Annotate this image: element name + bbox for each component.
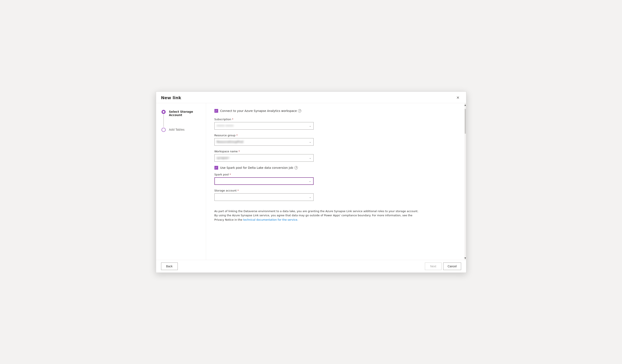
subscription-label: Subscription * (214, 118, 456, 121)
storage-account-field: Storage account * ⌄ (214, 189, 456, 201)
back-button[interactable]: Back (161, 263, 178, 270)
step-2-indicator-col (161, 128, 166, 132)
subscription-dropdown[interactable]: ••••• ••••• ⌄ (214, 122, 314, 130)
spark-pool-checkbox-label: Use Spark pool for Delta Lake data conve… (220, 166, 298, 169)
resource-group-required: * (236, 134, 238, 137)
storage-account-chevron: ⌄ (309, 196, 311, 199)
next-button: Next (425, 263, 442, 270)
step-1-indicator-col (161, 110, 166, 127)
scrollbar-thumb[interactable] (465, 109, 466, 134)
subscription-chevron: ⌄ (309, 124, 311, 127)
spark-pool-label: Spark pool * (214, 173, 456, 176)
sidebar: Select Storage Account Add Tables (156, 103, 206, 260)
connect-checkbox-label: Connect to your Azure Synapse Analytics … (220, 109, 302, 113)
dialog-footer: Back Next Cancel (156, 260, 466, 272)
storage-account-label: Storage account * (214, 189, 456, 192)
resource-group-chevron: ⌄ (309, 140, 311, 143)
main-content: ✓ Connect to your Azure Synapse Analytic… (206, 103, 465, 260)
scroll-down-arrow[interactable]: ▼ (465, 256, 466, 260)
cancel-button[interactable]: Cancel (443, 263, 461, 270)
dialog-body: Select Storage Account Add Tables ✓ Conn… (156, 103, 466, 260)
dialog-header: New link ✕ (156, 92, 466, 103)
spark-pool-checkbox-row: ✓ Use Spark pool for Delta Lake data con… (214, 166, 456, 170)
step-2-label: Add Tables (169, 128, 185, 131)
scrollbar-track: ▲ ▼ (465, 103, 466, 260)
storage-account-required: * (237, 189, 239, 192)
close-button[interactable]: ✕ (455, 95, 461, 100)
info-text: As part of linking the Dataverse environ… (214, 209, 419, 222)
step-1-circle-inner (163, 111, 164, 113)
info-link[interactable]: technical documentation for the service. (243, 218, 298, 221)
connect-info-icon[interactable]: i (298, 109, 301, 113)
step-1-label: Select Storage Account (169, 110, 201, 117)
step-1: Select Storage Account (161, 110, 201, 127)
step-2-circle (161, 128, 166, 132)
workspace-name-chevron: ⌄ (309, 156, 311, 159)
spark-pool-info-icon[interactable]: i (294, 166, 298, 169)
resource-group-label: Resource group * (214, 134, 456, 137)
spark-pool-chevron: ⌄ (309, 180, 311, 183)
scroll-up-arrow[interactable]: ▲ (465, 103, 466, 107)
resource-group-value: ResourceGroupProd (217, 140, 243, 143)
resource-group-dropdown[interactable]: ResourceGroupProd ⌄ (214, 138, 314, 146)
spark-pool-checkbox[interactable]: ✓ (214, 166, 218, 170)
subscription-value: ••••• ••••• (217, 124, 233, 127)
storage-account-dropdown[interactable]: ⌄ (214, 193, 314, 201)
workspace-name-dropdown[interactable]: synapse• ⌄ (214, 154, 314, 162)
workspace-name-value: synapse• (217, 156, 229, 159)
spark-pool-dropdown[interactable]: ⌄ (214, 177, 314, 185)
new-link-dialog: New link ✕ Select Storage Account (156, 92, 466, 273)
step-2: Add Tables (161, 128, 201, 132)
subscription-required: * (232, 118, 233, 121)
connect-checkbox-row: ✓ Connect to your Azure Synapse Analytic… (214, 109, 456, 113)
workspace-name-required: * (239, 150, 240, 153)
spark-pool-required: * (230, 173, 231, 176)
workspace-name-label: Workspace name * (214, 150, 456, 153)
spark-pool-field: Spark pool * ⌄ (214, 173, 456, 185)
connect-checkmark: ✓ (215, 110, 217, 112)
workspace-name-field: Workspace name * synapse• ⌄ (214, 150, 456, 162)
spark-pool-checkmark: ✓ (215, 167, 217, 169)
connect-checkbox[interactable]: ✓ (214, 109, 218, 113)
subscription-field: Subscription * ••••• ••••• ⌄ (214, 118, 456, 130)
step-1-circle (161, 110, 166, 114)
step-line (163, 115, 164, 127)
dialog-title: New link (161, 95, 181, 100)
resource-group-field: Resource group * ResourceGroupProd ⌄ (214, 134, 456, 146)
